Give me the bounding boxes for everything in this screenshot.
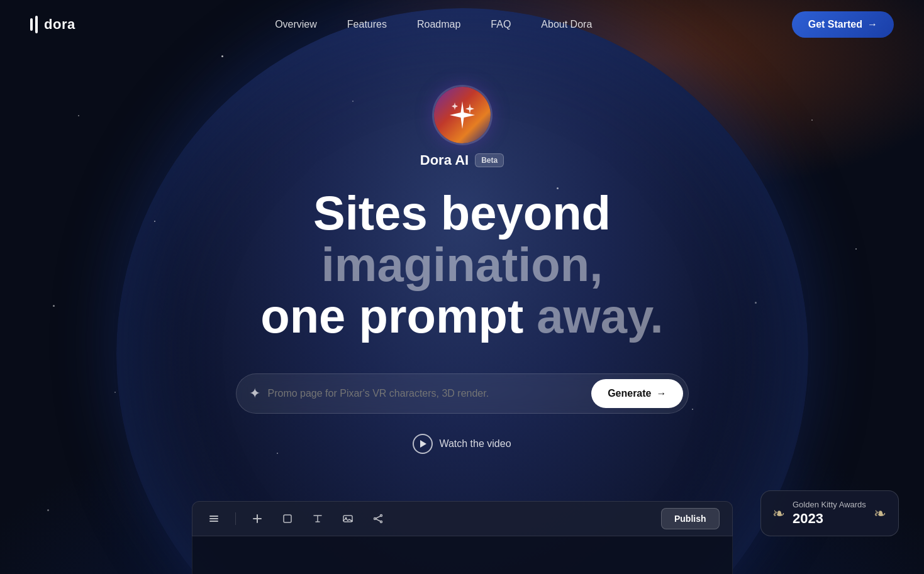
svg-rect-1 [209,518,218,519]
dora-ai-badge: Dora AI Beta [420,87,504,168]
award-year: 2023 [793,511,866,527]
logo-icon [30,16,38,33]
nav-link-about[interactable]: About Dora [541,19,592,30]
watch-video-button[interactable]: Watch the video [413,434,511,454]
nav-link-faq[interactable]: FAQ [491,19,511,30]
get-started-button[interactable]: Get Started → [792,11,894,38]
nav-item-roadmap[interactable]: Roadmap [417,19,460,30]
award-badge: ❧ Golden Kitty Awards 2023 ❧ [760,490,899,536]
svg-rect-3 [284,515,291,522]
nav-link-features[interactable]: Features [347,19,387,30]
toolbar-icon-image[interactable] [339,510,357,527]
toolbar-icon-text[interactable] [309,510,326,527]
dora-ai-name: Dora AI [420,152,469,168]
watch-video-label: Watch the video [439,438,511,450]
hero-title-dim1: imagination, [321,238,603,291]
award-laurels-right: ❧ [874,505,886,522]
editor-preview [192,536,733,574]
prompt-bar: ✦ Generate → [236,373,689,414]
prompt-spark-icon: ✦ [249,385,260,402]
sparkle-icon [446,99,479,131]
generate-button[interactable]: Generate → [591,379,682,408]
hero-title-line2: one prompt away. [179,290,745,342]
toolbar-icon-plus[interactable] [248,510,266,527]
nav-item-about[interactable]: About Dora [541,19,592,30]
hero-title-line1: Sites beyond imagination, [179,187,745,290]
nav-item-faq[interactable]: FAQ [491,19,511,30]
prompt-input[interactable] [268,388,584,399]
dora-ai-label: Dora AI Beta [420,152,504,168]
play-triangle-icon [420,440,426,448]
toolbar-icon-share[interactable] [369,510,387,527]
svg-rect-0 [209,516,218,517]
toolbar-icon-frame[interactable] [279,510,296,527]
svg-point-7 [374,518,376,520]
hero-title-bright1: Sites beyond [313,186,611,240]
award-text: Golden Kitty Awards 2023 [793,500,866,527]
hero-section: Dora AI Beta Sites beyond imagination, o… [0,49,924,454]
play-circle-icon [413,434,433,454]
logo[interactable]: dora [30,16,75,33]
svg-point-8 [380,521,382,523]
svg-point-6 [380,515,382,517]
logo-bar-2 [35,16,38,33]
nav-link-roadmap[interactable]: Roadmap [417,19,460,30]
hero-title-dim2: away. [523,289,664,343]
award-laurels-left: ❧ [772,505,785,522]
toolbar-separator-1 [235,512,236,525]
beta-badge: Beta [475,153,504,167]
nav-item-overview[interactable]: Overview [275,19,317,30]
editor-toolbar: Publish [192,501,733,536]
hero-title: Sites beyond imagination, one prompt awa… [179,187,745,342]
hero-title-bright2: one prompt [260,289,523,343]
logo-text: dora [44,16,75,33]
nav-links: Overview Features Roadmap FAQ About Dora [275,19,592,30]
logo-bar-1 [30,18,33,31]
nav-item-features[interactable]: Features [347,19,387,30]
editor-bar: Publish [192,501,733,574]
toolbar-icon-layers[interactable] [205,510,223,527]
svg-rect-2 [209,521,218,522]
nav-link-overview[interactable]: Overview [275,19,317,30]
navigation: dora Overview Features Roadmap FAQ About… [0,0,924,49]
publish-button[interactable]: Publish [661,508,720,529]
dora-ai-icon [434,87,491,143]
award-title-text: Golden Kitty Awards [793,500,866,511]
